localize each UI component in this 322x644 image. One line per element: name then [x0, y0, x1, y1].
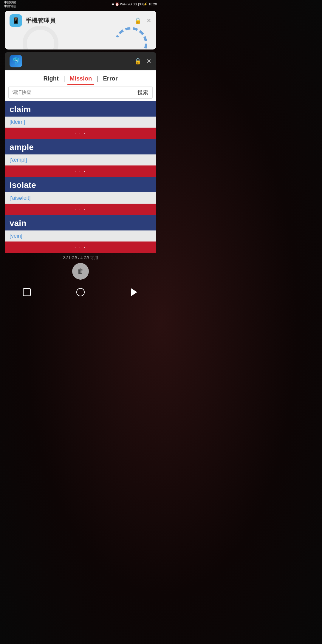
battery-icon: [38]⚡ — [138, 2, 148, 6]
signal-icon: 2G — [128, 2, 132, 6]
gear-decoration — [23, 26, 58, 49]
list-item: vain [vein] · · · — [5, 215, 156, 253]
time-display: 18:20 — [148, 2, 157, 6]
bluetooth-icon: ✱ — [112, 2, 114, 6]
tabs-row: Right | Mission | Error — [5, 70, 156, 83]
nav-home-button[interactable] — [75, 287, 86, 298]
browser-lock-button[interactable]: 🔒 — [134, 58, 142, 65]
word-name[interactable]: ample — [5, 139, 156, 154]
browser-card: 🐬 🔒 ✕ — [5, 52, 156, 70]
dolphin-icon: 🐬 — [12, 57, 20, 65]
manager-close-button[interactable]: ✕ — [146, 17, 151, 24]
word-name[interactable]: claim — [5, 101, 156, 117]
word-dots[interactable]: · · · — [5, 128, 156, 139]
search-button[interactable]: 搜索 — [133, 86, 152, 98]
manager-gear-area — [5, 26, 156, 49]
tab-error[interactable]: Error — [101, 74, 120, 83]
tab-right[interactable]: Right — [41, 74, 61, 83]
nav-bar — [0, 282, 161, 304]
word-list: claim [kleim] · · · ample ['æmpl] · · · … — [5, 101, 156, 253]
manager-title: 手機管理員 — [26, 17, 134, 25]
list-item: ample ['æmpl] · · · — [5, 139, 156, 177]
word-phonetic: [kleim] — [5, 117, 156, 128]
vocab-panel: Right | Mission | Error 搜索 claim [kleim]… — [5, 70, 156, 253]
browser-close-button[interactable]: ✕ — [146, 58, 151, 65]
browser-card-actions: 🔒 ✕ — [134, 58, 151, 65]
browser-app-icon: 🐬 — [10, 55, 22, 67]
nav-home-icon — [76, 288, 85, 296]
carrier-info: 中國移動 中國電信 — [4, 0, 16, 8]
tab-sep1: | — [64, 75, 65, 82]
list-item: claim [kleim] · · · — [5, 101, 156, 139]
word-phonetic: [vein] — [5, 230, 156, 242]
word-phonetic: ['æmpl] — [5, 154, 156, 165]
nav-recent-button[interactable] — [21, 287, 32, 298]
tab-active-underline — [67, 84, 94, 85]
word-dots[interactable]: · · · — [5, 242, 156, 253]
status-right: ✱ ⏰ WiFi 2G 3G [38]⚡ 18:20 — [112, 2, 157, 6]
wifi-icon: WiFi — [120, 2, 127, 6]
tab-mission[interactable]: Mission — [67, 74, 94, 83]
search-input[interactable] — [9, 87, 133, 97]
alarm-icon: ⏰ — [115, 2, 119, 6]
nav-back-icon — [131, 288, 137, 296]
trash-icon: 🗑 — [77, 267, 84, 275]
word-dots[interactable]: · · · — [5, 204, 156, 215]
spinner-arc — [110, 26, 152, 49]
manager-card: 📱 手機管理員 🔒 ✕ — [5, 11, 156, 49]
nav-back-button[interactable] — [129, 287, 140, 298]
word-dots[interactable]: · · · — [5, 165, 156, 177]
trash-button[interactable]: 🗑 — [72, 263, 89, 280]
word-name[interactable]: vain — [5, 215, 156, 230]
list-item: isolate ['aisəleit] · · · — [5, 177, 156, 215]
manager-lock-button[interactable]: 🔒 — [134, 17, 142, 24]
signal2-icon: 3G — [133, 2, 137, 6]
search-row: 搜索 — [8, 86, 153, 99]
tab-sep2: | — [97, 75, 98, 82]
manager-card-actions: 🔒 ✕ — [134, 17, 151, 24]
memory-info: 2.21 GB / 4 GB 可用 — [0, 253, 161, 263]
manager-app-icon: 📱 — [10, 14, 22, 27]
nav-recent-icon — [23, 288, 31, 296]
word-name[interactable]: isolate — [5, 177, 156, 192]
word-phonetic: ['aisəleit] — [5, 192, 156, 204]
status-bar: 中國移動 中國電信 ✱ ⏰ WiFi 2G 3G [38]⚡ 18:20 — [0, 0, 161, 8]
